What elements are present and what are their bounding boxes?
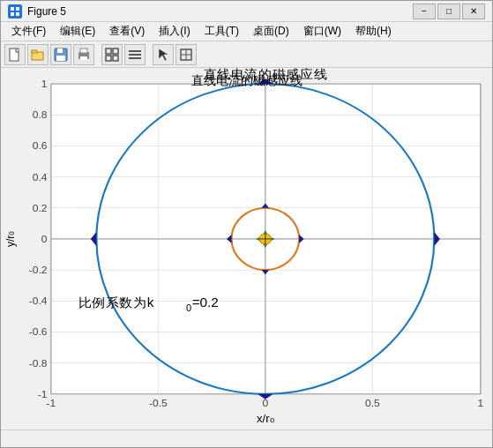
svg-rect-12 — [80, 56, 87, 60]
status-bar — [1, 429, 492, 447]
svg-rect-18 — [129, 54, 141, 56]
svg-rect-3 — [16, 12, 19, 16]
menu-file[interactable]: 文件(F) — [4, 22, 53, 41]
zoom-button[interactable] — [101, 44, 123, 65]
svg-rect-17 — [129, 50, 141, 52]
close-button[interactable]: ✕ — [462, 4, 485, 19]
svg-rect-0 — [11, 7, 14, 11]
ytick-0.6: 0.6 — [33, 141, 48, 151]
window-controls[interactable]: − □ ✕ — [413, 4, 485, 19]
annotation-text: 比例系数为k — [78, 296, 154, 310]
ytick-0.2: 0.2 — [33, 203, 48, 213]
xtick-n1: -1 — [47, 398, 56, 407]
svg-rect-9 — [56, 56, 65, 61]
svg-rect-15 — [106, 56, 111, 61]
svg-rect-14 — [113, 49, 118, 54]
plot-container: 直线电流的磁感应线 y/r₀ x/r₀ 1 0.8 0.6 0.4 0.2 0 … — [1, 68, 492, 429]
menu-tools[interactable]: 工具(T) — [198, 22, 246, 41]
ytick-n0.6: -0.6 — [29, 327, 48, 337]
xtick-0.5: 0.5 — [365, 398, 380, 407]
main-window: Figure 5 − □ ✕ 文件(F) 编辑(E) 查看(V) 插入(I) 工… — [0, 0, 493, 448]
menu-edit[interactable]: 编辑(E) — [53, 22, 102, 41]
new-button[interactable] — [4, 44, 26, 65]
toolbar — [1, 41, 492, 68]
save-button[interactable] — [50, 44, 71, 65]
menu-insert[interactable]: 插入(I) — [152, 22, 197, 41]
menu-view[interactable]: 查看(V) — [102, 22, 152, 41]
menu-bar: 文件(F) 编辑(E) 查看(V) 插入(I) 工具(T) 桌面(D) 窗口(W… — [1, 22, 492, 41]
menu-help[interactable]: 帮助(H) — [348, 22, 399, 41]
ytick-n0.4: -0.4 — [29, 296, 48, 306]
toolbar-extra[interactable] — [176, 44, 197, 65]
ytick-0: 0 — [41, 234, 48, 243]
svg-rect-1 — [16, 7, 19, 11]
minimize-button[interactable]: − — [413, 4, 436, 19]
svg-rect-2 — [11, 12, 14, 16]
annotation-value: =0.2 — [192, 296, 219, 310]
svg-marker-20 — [159, 49, 168, 61]
maximize-button[interactable]: □ — [437, 4, 460, 19]
svg-rect-6 — [32, 50, 37, 53]
ytick-0.4: 0.4 — [33, 172, 48, 182]
print-button[interactable] — [73, 44, 94, 65]
app-icon — [8, 4, 22, 19]
y-axis-label: y/r₀ — [4, 231, 18, 247]
window-title: Figure 5 — [27, 5, 413, 18]
annotation-subscript: 0 — [186, 303, 191, 313]
plot-title: 直线电流的磁感应线 — [204, 68, 328, 81]
plot-svg: 直线电流的磁感应线 y/r₀ x/r₀ 1 0.8 0.6 0.4 0.2 0 … — [1, 68, 492, 429]
open-button[interactable] — [27, 44, 49, 65]
svg-rect-19 — [129, 57, 141, 59]
menu-window[interactable]: 窗口(W) — [296, 22, 348, 41]
svg-rect-11 — [80, 49, 87, 53]
ytick-n0.8: -0.8 — [29, 358, 48, 368]
title-bar: Figure 5 − □ ✕ — [1, 1, 492, 22]
ytick-0.8: 0.8 — [33, 110, 48, 120]
svg-rect-16 — [113, 56, 118, 61]
xtick-n0.5: -0.5 — [149, 398, 168, 407]
svg-rect-8 — [57, 49, 63, 53]
x-axis-label: x/r₀ — [257, 413, 274, 424]
ytick-1: 1 — [41, 79, 48, 89]
xtick-1: 1 — [478, 398, 484, 407]
menu-desktop[interactable]: 桌面(D) — [246, 22, 296, 41]
xtick-0: 0 — [262, 398, 268, 407]
tile-button[interactable] — [124, 44, 146, 65]
ytick-n0.2: -0.2 — [29, 265, 48, 275]
cursor-button[interactable] — [153, 44, 174, 65]
svg-rect-13 — [106, 49, 111, 54]
